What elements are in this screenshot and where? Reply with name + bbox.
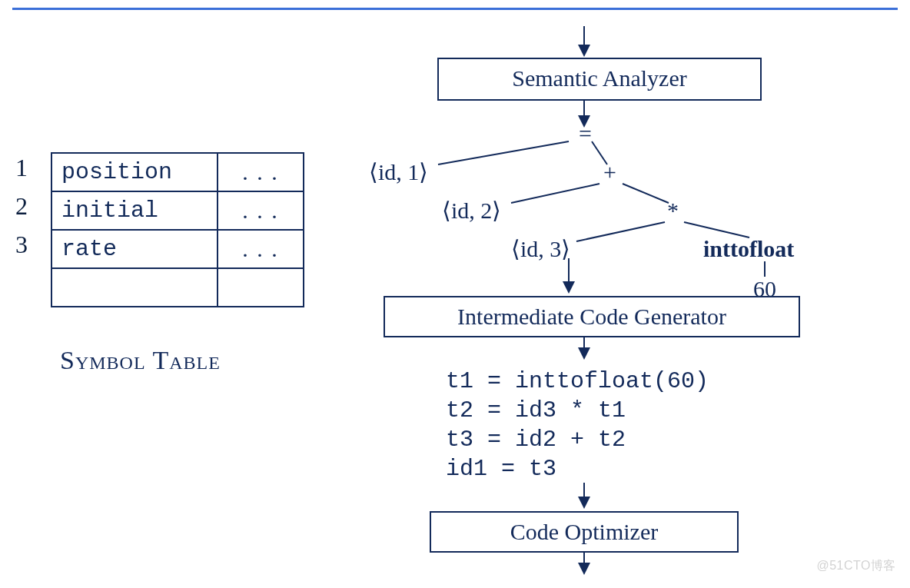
watermark: @51CTO博客 xyxy=(816,558,896,574)
symbol-table-index: 2 xyxy=(15,191,51,229)
symbol-table-index-column: 1 2 3 xyxy=(15,152,51,306)
intermediate-code-generator-label: Intermediate Code Generator xyxy=(457,304,726,329)
tree-edge xyxy=(438,141,569,164)
tac-line: t2 = id3 * t1 xyxy=(446,397,626,424)
symbol-table: position . . . initial . . . rate . . . xyxy=(51,152,304,307)
symbol-table-index: 1 xyxy=(15,152,51,191)
symbol-name-cell: position xyxy=(51,153,218,191)
symbol-table-index xyxy=(15,267,51,306)
table-row: position . . . xyxy=(51,153,304,191)
symbol-name-cell: initial xyxy=(51,191,218,230)
symbol-name-cell: rate xyxy=(51,230,218,268)
tree-node-plus: + xyxy=(603,159,616,184)
compiler-phases-diagram: Semantic Analyzer = ⟨id, 1⟩ + ⟨id, 2⟩ * … xyxy=(338,26,892,580)
tree-edge xyxy=(511,184,599,203)
symbol-table-index: 3 xyxy=(15,229,51,267)
tac-line: t3 = id2 + t2 xyxy=(446,427,626,453)
symbol-info-cell: . . . xyxy=(218,191,304,230)
tree-node-id3: ⟨id, 3⟩ xyxy=(511,236,570,261)
tac-line: id1 = t3 xyxy=(446,456,556,482)
tree-node-inttofloat: inttofloat xyxy=(703,236,794,261)
symbol-name-cell xyxy=(51,268,218,307)
symbol-table-caption: Symbol Table xyxy=(60,346,221,375)
tree-node-id2: ⟨id, 2⟩ xyxy=(442,198,501,223)
tree-edge xyxy=(623,184,669,203)
code-optimizer-label: Code Optimizer xyxy=(510,519,658,544)
tree-edge xyxy=(576,222,665,241)
tac-line: t1 = inttofloat(60) xyxy=(446,368,709,394)
tree-node-id1: ⟨id, 1⟩ xyxy=(369,159,428,184)
table-row xyxy=(51,268,304,307)
table-row: initial . . . xyxy=(51,191,304,230)
table-row: rate . . . xyxy=(51,230,304,268)
semantic-analyzer-label: Semantic Analyzer xyxy=(512,65,686,91)
symbol-info-cell: . . . xyxy=(218,230,304,268)
symbol-info-cell: . . . xyxy=(218,153,304,191)
top-divider xyxy=(12,8,898,10)
tree-node-star: * xyxy=(667,198,679,223)
symbol-table-area: 1 2 3 position . . . initial . . . rate … xyxy=(15,152,307,307)
tree-edge xyxy=(684,222,749,238)
tree-node-equals: = xyxy=(579,121,592,146)
symbol-info-cell xyxy=(218,268,304,307)
